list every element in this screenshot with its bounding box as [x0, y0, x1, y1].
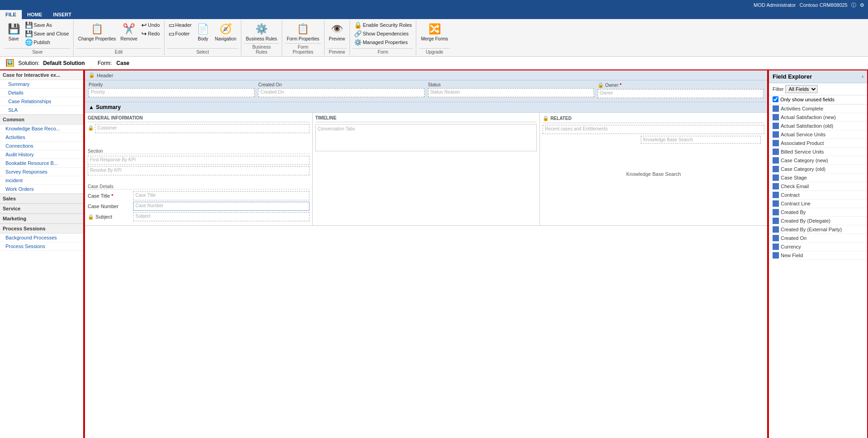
undo-button[interactable]: ↩ Undo — [140, 21, 161, 29]
tab-insert[interactable]: INSERT — [48, 10, 77, 19]
resolve-input[interactable]: Resolve By KPI — [88, 166, 309, 175]
priority-input[interactable]: Priority — [89, 88, 254, 97]
field-currency[interactable]: Currency — [769, 243, 867, 251]
redo-button[interactable]: ↪ Redo — [140, 30, 161, 38]
nav-section-sales: Sales — [0, 194, 83, 204]
content-area: Case for Interactive ex... Summary Detai… — [0, 70, 868, 438]
save-as-button[interactable]: 💾 Save As — [24, 21, 70, 29]
field-explorer: Field Explorer › Filter All Fields Only … — [768, 70, 868, 438]
solution-name: Default Solution — [43, 60, 85, 66]
field-check-email[interactable]: Check Email — [769, 182, 867, 191]
field-created-by-delegate[interactable]: Created By (Delegate) — [769, 217, 867, 225]
publish-button[interactable]: 🌐 Publish — [24, 38, 70, 46]
field-actual-satisfaction-new[interactable]: Actual Satisfaction (new) — [769, 113, 867, 122]
timeline-area: Conversation Tabs — [315, 124, 537, 151]
body-button[interactable]: 📄 Body — [194, 21, 212, 42]
field-associated-product[interactable]: Associated Product — [769, 139, 867, 148]
save-close-button[interactable]: 💾 Save and Close — [24, 30, 70, 38]
form-prefix: Form: — [98, 60, 112, 66]
subject-input[interactable]: Subject — [133, 212, 309, 221]
nav-sla[interactable]: SLA — [0, 106, 83, 114]
undo-icon: ↩ — [141, 21, 147, 29]
field-case-category-old[interactable]: Case Category (old) — [769, 165, 867, 174]
recent-cases-input[interactable]: Recent cases and Entitlements — [543, 125, 764, 134]
business-rules-button[interactable]: ⚙️ Business Rules — [244, 21, 279, 42]
collapse-icon[interactable]: ▲ — [89, 104, 94, 110]
field-icon — [773, 209, 779, 215]
nav-survey-responses[interactable]: Survey Responses — [0, 168, 83, 176]
case-title-input[interactable]: Case Title — [133, 191, 309, 200]
nav-background-processes[interactable]: Background Processes — [0, 234, 83, 242]
managed-properties-button[interactable]: ⚙️ Managed Properties — [353, 38, 413, 46]
settings-icon[interactable]: ⚙ — [860, 2, 864, 8]
enable-security-label: Enable Security Roles — [363, 22, 412, 28]
header-fields: Priority Priority Created On Created On … — [85, 80, 767, 102]
nav-details[interactable]: Details — [0, 89, 83, 97]
preview-button[interactable]: 👁️ Preview — [327, 21, 347, 42]
nav-incident[interactable]: incident — [0, 176, 83, 185]
form-scroll[interactable]: 🔒 Header Priority Priority Created On Cr… — [85, 70, 767, 438]
ribbon-content: 💾 Save 💾 Save As 💾 Save and Close 🌐 Publ… — [0, 19, 868, 56]
nav-case-relationships[interactable]: Case Relationships — [0, 97, 83, 106]
footer-icon: ▭ — [169, 30, 175, 37]
field-actual-service-units[interactable]: Actual Service Units — [769, 130, 867, 139]
footer-button[interactable]: ▭ Footer — [167, 30, 193, 38]
nav-bookable-resource[interactable]: Bookable Resource B... — [0, 159, 83, 168]
customer-input[interactable]: Customer — [95, 124, 309, 133]
field-created-by-external[interactable]: Created By (External Party) — [769, 225, 867, 234]
main-layout: Case for Interactive ex... Summary Detai… — [0, 70, 868, 438]
publish-label: Publish — [34, 40, 50, 45]
field-case-stage[interactable]: Case Stage — [769, 174, 867, 182]
show-unused-checkbox[interactable] — [773, 96, 778, 102]
field-contract[interactable]: Contract — [769, 191, 867, 199]
help-icon[interactable]: ⓘ — [851, 2, 856, 9]
field-new-field[interactable]: New Field — [769, 251, 867, 260]
field-created-on[interactable]: Created On — [769, 234, 867, 243]
change-properties-button[interactable]: 📋 Change Properties — [76, 21, 118, 42]
case-number-input[interactable]: Case Number — [133, 202, 309, 211]
form-properties-label: Form Properties — [287, 36, 319, 41]
field-created-by[interactable]: Created By — [769, 208, 867, 217]
nav-connections[interactable]: Connections — [0, 142, 83, 150]
header-button[interactable]: ▭ Header — [167, 21, 193, 29]
field-billed-service-units[interactable]: Billed Service Units — [769, 148, 867, 156]
filter-select[interactable]: All Fields — [785, 85, 818, 93]
field-contract-line[interactable]: Contract Line — [769, 199, 867, 208]
merge-forms-button[interactable]: 🔀 Merge Forms — [419, 21, 449, 42]
show-dependencies-button[interactable]: 🔗 Show Dependencies — [353, 30, 413, 38]
owner-field: 🔒 Owner * Owner — [598, 82, 763, 98]
navigation-icon: 🧭 — [218, 22, 233, 36]
first-response-input[interactable]: First Response By KPI — [88, 156, 309, 165]
navigation-label: Navigation — [215, 36, 236, 41]
subject-lock: 🔒 — [88, 214, 94, 219]
remove-button[interactable]: ✂️ Remove — [119, 21, 139, 42]
enable-security-button[interactable]: 🔒 Enable Security Roles — [353, 21, 413, 29]
status-input[interactable]: Status Reason — [428, 88, 594, 97]
ribbon-group-save: 💾 Save 💾 Save As 💾 Save and Close 🌐 Publ… — [2, 20, 74, 55]
kb-search-top-input[interactable]: Knowledge Base Search — [641, 136, 761, 144]
field-actual-satisfaction-old[interactable]: Actual Satisfaction (old) — [769, 122, 867, 130]
created-on-input[interactable]: Created On — [258, 88, 424, 97]
form-properties-button[interactable]: 📋 Form Properties — [285, 21, 321, 42]
case-details-label: Case Details — [88, 184, 309, 189]
owner-input[interactable]: Owner — [598, 89, 763, 98]
ribbon-group-edit: 📋 Change Properties ✂️ Remove ↩ Undo ↪ R… — [74, 20, 165, 55]
field-activities-complete[interactable]: Activities Complete — [769, 105, 867, 113]
field-case-category-new[interactable]: Case Category (new) — [769, 156, 867, 165]
nav-activities[interactable]: Activities — [0, 133, 83, 142]
tab-file[interactable]: FILE — [0, 10, 22, 19]
tab-home[interactable]: HOME — [22, 10, 48, 19]
explorer-chevron[interactable]: › — [862, 74, 863, 79]
nav-process-sessions[interactable]: Process Sessions — [0, 242, 83, 251]
nav-knowledge-base[interactable]: Knowledge Base Reco... — [0, 124, 83, 133]
created-on-label: Created On — [258, 82, 424, 87]
field-icon — [773, 200, 779, 207]
change-props-label: Change Properties — [78, 36, 116, 41]
nav-section-marketing: Marketing — [0, 214, 83, 224]
navigation-button[interactable]: 🧭 Navigation — [213, 21, 238, 42]
save-button[interactable]: 💾 Save — [5, 21, 23, 42]
nav-summary[interactable]: Summary — [0, 80, 83, 89]
remove-icon: ✂️ — [122, 22, 136, 36]
nav-audit-history[interactable]: Audit History — [0, 150, 83, 159]
nav-work-orders[interactable]: Work Orders — [0, 185, 83, 194]
